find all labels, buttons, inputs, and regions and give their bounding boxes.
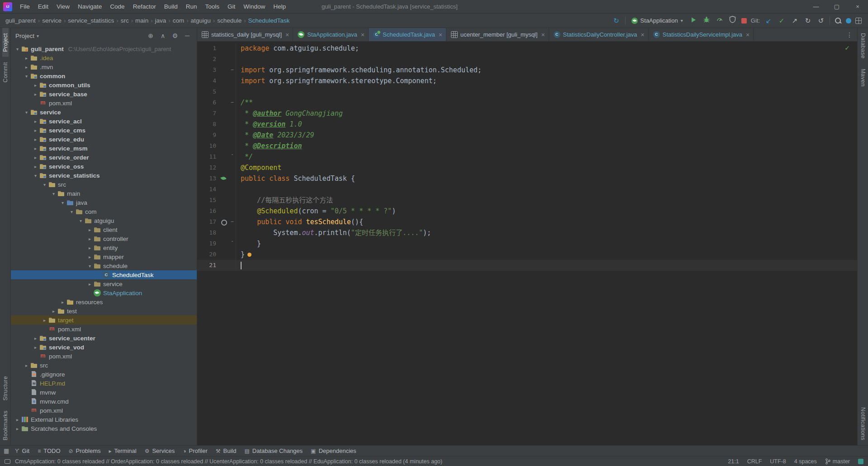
- caret-position[interactable]: 21:1: [728, 458, 739, 465]
- toolwindow-todo[interactable]: ≡TODO: [33, 446, 64, 456]
- tree-expand-icon[interactable]: ▸: [32, 137, 39, 142]
- tree-item-schedule[interactable]: ▾schedule: [11, 261, 197, 270]
- breadcrumb-item-schedule[interactable]: schedule: [216, 17, 242, 24]
- tree-item-service[interactable]: ▸service: [11, 279, 197, 288]
- search-everywhere-icon[interactable]: [834, 17, 842, 24]
- tree-item-help.md[interactable]: HELP.md: [11, 379, 197, 388]
- coverage-button[interactable]: [728, 16, 737, 25]
- code-editor[interactable]: 1package com.atguigu.schedule;23−import …: [197, 42, 857, 445]
- code-line-10[interactable]: 10 * @Description: [197, 141, 857, 151]
- collapse-all-icon[interactable]: ∧: [158, 32, 168, 39]
- code-line-3[interactable]: 3−import org.springframework.scheduling.…: [197, 65, 857, 75]
- tree-item-guli-parent[interactable]: ▾guli_parentC:\Users\Echo\IdeaProjects\g…: [11, 44, 197, 53]
- event-log-icon[interactable]: [5, 459, 10, 464]
- menu-file[interactable]: File: [16, 0, 34, 13]
- tree-item-controller[interactable]: ▸controller: [11, 234, 197, 243]
- tree-item-common[interactable]: ▾common: [11, 71, 197, 80]
- git-commit-icon[interactable]: ✓: [777, 16, 786, 25]
- spring-bean-gutter-icon[interactable]: [218, 173, 229, 184]
- tree-expand-icon[interactable]: ▾: [23, 110, 30, 115]
- menu-window[interactable]: Window: [239, 0, 269, 13]
- tree-item-atguigu[interactable]: ▾atguigu: [11, 216, 197, 225]
- breadcrumb-item-src[interactable]: src: [120, 17, 130, 24]
- toolwindow-problems[interactable]: ⊘Problems: [65, 446, 105, 456]
- tree-expand-icon[interactable]: ▾: [41, 182, 48, 187]
- tree-expand-icon[interactable]: ▸: [32, 345, 39, 350]
- tree-item-.mvn[interactable]: ▸.mvn: [11, 62, 197, 71]
- menu-code[interactable]: Code: [106, 0, 128, 13]
- fold-marker-icon[interactable]: −: [229, 217, 236, 227]
- tree-expand-icon[interactable]: ▸: [50, 309, 57, 314]
- tree-expand-icon[interactable]: ▸: [23, 56, 30, 61]
- breadcrumb-item-atguigu[interactable]: atguigu: [190, 17, 212, 24]
- tab-statisticsdailycontroller.java[interactable]: StatisticsDailyController.java×: [549, 28, 649, 41]
- tree-item-service-ucenter[interactable]: ▸service_ucenter: [11, 334, 197, 343]
- layout-grid-icon[interactable]: [855, 18, 862, 24]
- git-push-icon[interactable]: ↗: [790, 16, 799, 25]
- stripe-tab-bookmarks[interactable]: Bookmarks: [2, 405, 9, 445]
- stripe-tab-project[interactable]: Project: [2, 28, 9, 57]
- tree-item-service-msm[interactable]: ▸service_msm: [11, 144, 197, 153]
- fold-marker-icon[interactable]: −: [229, 65, 236, 75]
- code-line-5[interactable]: 5: [197, 86, 857, 97]
- code-with-me-icon[interactable]: [846, 18, 851, 24]
- tree-item-resources[interactable]: ▸resources: [11, 297, 197, 306]
- tree-item-common-utils[interactable]: ▸common_utils: [11, 80, 197, 89]
- tab-scheduledtask.java[interactable]: ScheduledTask.java×: [369, 28, 446, 41]
- toolwindow-build[interactable]: ⚒Build: [212, 446, 241, 456]
- tree-item-target[interactable]: ▸target: [11, 315, 197, 325]
- tree-item-service-base[interactable]: ▸service_base: [11, 89, 197, 99]
- tree-item-com[interactable]: ▾com: [11, 207, 197, 216]
- code-line-6[interactable]: 6−/**: [197, 97, 857, 108]
- fold-marker-icon[interactable]: ˆ: [229, 238, 236, 249]
- tree-expand-icon[interactable]: ▾: [14, 47, 21, 52]
- menu-edit[interactable]: Edit: [34, 0, 52, 13]
- code-line-4[interactable]: 4import org.springframework.stereotype.C…: [197, 75, 857, 86]
- code-line-14[interactable]: 14: [197, 184, 857, 195]
- chevron-down-icon[interactable]: ▾: [37, 33, 39, 38]
- stripe-tab-structure[interactable]: Structure: [2, 371, 9, 405]
- code-line-13[interactable]: 13public class ScheduledTask {: [197, 173, 857, 184]
- tree-item-service-oss[interactable]: ▸service_oss: [11, 162, 197, 171]
- tree-item-external-libraries[interactable]: ▸External Libraries: [11, 415, 197, 424]
- tree-item-service-cms[interactable]: ▸service_cms: [11, 126, 197, 135]
- close-tab-icon[interactable]: ×: [541, 31, 545, 38]
- window-layout-icon[interactable]: ▦: [4, 447, 9, 454]
- tree-item-pom.xml[interactable]: pom.xml: [11, 325, 197, 334]
- tree-item-pom.xml[interactable]: pom.xml: [11, 99, 197, 108]
- tree-item-service-acl[interactable]: ▸service_acl: [11, 117, 197, 126]
- tree-expand-icon[interactable]: ▸: [86, 254, 94, 259]
- tree-expand-icon[interactable]: ▸: [86, 282, 94, 287]
- menu-tools[interactable]: Tools: [201, 0, 223, 13]
- tree-item-service-statistics[interactable]: ▾service_statistics: [11, 171, 197, 180]
- tree-expand-icon[interactable]: ▸: [32, 128, 39, 133]
- menu-navigate[interactable]: Navigate: [74, 0, 106, 13]
- tree-expand-icon[interactable]: ▸: [32, 155, 39, 160]
- tree-item-.idea[interactable]: ▸.idea: [11, 53, 197, 62]
- tree-expand-icon[interactable]: ▸: [86, 245, 94, 250]
- tab-statisticsdailyserviceimpl.java[interactable]: StatisticsDailyServiceImpl.java×: [649, 28, 754, 41]
- tab-options-kebab-icon[interactable]: ⋮: [846, 31, 853, 38]
- tree-expand-icon[interactable]: ▸: [14, 426, 21, 431]
- tree-expand-icon[interactable]: ▸: [86, 236, 94, 241]
- git-branch-widget[interactable]: master: [825, 458, 850, 465]
- tree-expand-icon[interactable]: ▸: [32, 164, 39, 169]
- code-line-15[interactable]: 15 //每隔五秒执行这个方法: [197, 195, 857, 206]
- tree-expand-icon[interactable]: ▸: [86, 227, 94, 232]
- close-tab-icon[interactable]: ×: [361, 31, 365, 38]
- toolwindow-terminal[interactable]: ▸Terminal: [105, 446, 141, 456]
- menu-view[interactable]: View: [52, 0, 74, 13]
- tree-expand-icon[interactable]: ▸: [32, 146, 39, 151]
- tree-expand-icon[interactable]: ▸: [32, 92, 39, 97]
- close-tab-icon[interactable]: ×: [285, 31, 289, 38]
- breadcrumb-item-guli-parent[interactable]: guli_parent: [5, 17, 37, 24]
- tree-item-staapplication[interactable]: StaApplication: [11, 288, 197, 297]
- code-line-18[interactable]: 18 System.out.println("定时任务执行了....");: [197, 227, 857, 238]
- tree-item-service-order[interactable]: ▸service_order: [11, 153, 197, 162]
- toolwindow-dependencies[interactable]: ▣Dependencies: [307, 446, 360, 456]
- menu-help[interactable]: Help: [269, 0, 290, 13]
- tree-expand-icon[interactable]: ▾: [86, 264, 94, 268]
- tree-item-java[interactable]: ▾java: [11, 198, 197, 207]
- toolwindow-profiler[interactable]: ◑Profiler: [179, 446, 211, 456]
- git-rollback-icon[interactable]: ↺: [816, 16, 825, 25]
